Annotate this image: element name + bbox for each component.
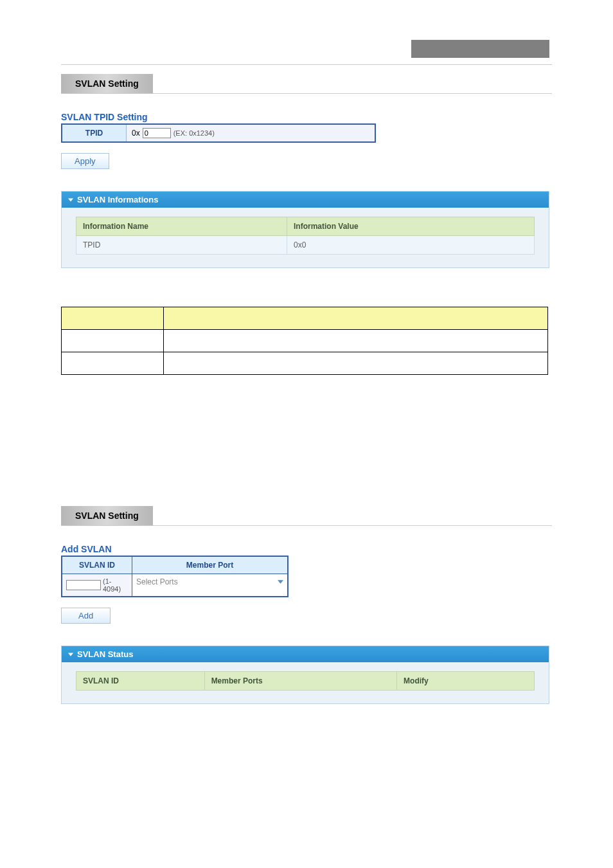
chevron-down-icon: [278, 580, 283, 584]
add-button[interactable]: Add: [61, 608, 111, 624]
section-divider-1: [61, 93, 552, 94]
top-grey-bar: [411, 40, 549, 58]
section-title-svlan-setting: SVLAN Setting: [61, 74, 153, 93]
add-svlan-heading: Add SVLAN: [61, 544, 552, 554]
svlan-status-panel: SVLAN Status SVLAN ID Member Ports Modif…: [61, 646, 549, 704]
add-col-member-port: Member Port: [132, 557, 287, 574]
member-port-placeholder: Select Ports: [136, 577, 178, 586]
svlan-status-table: SVLAN ID Member Ports Modify: [76, 671, 535, 691]
desc-cell-r1c1: [62, 330, 164, 352]
svlan-tpid-heading: SVLAN TPID Setting: [61, 112, 552, 122]
info-col-name: Information Name: [76, 217, 287, 236]
svlan-info-table: Information Name Information Value TPID …: [76, 217, 535, 255]
add-col-svlan-id: SVLAN ID: [62, 557, 132, 574]
svlan-informations-panel: SVLAN Informations Information Name Info…: [61, 191, 549, 268]
desc-cell-r2c2: [164, 352, 548, 375]
svlan-id-range: (1-4094): [103, 577, 128, 593]
info-row-0-name: TPID: [76, 236, 287, 255]
add-svlan-box: SVLAN ID (1-4094) Member Port Select Por…: [61, 556, 289, 597]
svlan-id-cell: (1-4094): [62, 574, 132, 596]
caret-down-icon: [68, 198, 73, 202]
table-row: TPID 0x0: [76, 236, 535, 255]
apply-button[interactable]: Apply: [61, 153, 109, 169]
caret-down-icon: [68, 653, 73, 656]
tpid-hint: (EX: 0x1234): [173, 129, 215, 137]
tpid-input[interactable]: [143, 128, 171, 138]
description-table: [61, 307, 548, 375]
section-title-svlan-setting-2: SVLAN Setting: [61, 506, 153, 525]
desc-cell-r1c2: [164, 330, 548, 352]
apply-button-label: Apply: [75, 156, 96, 166]
top-divider: [61, 64, 552, 65]
info-row-0-value: 0x0: [287, 236, 534, 255]
section-divider-2: [61, 525, 552, 526]
add-button-label: Add: [78, 611, 93, 620]
section-title-label: SVLAN Setting: [75, 78, 139, 89]
tpid-prefix: 0x: [132, 129, 140, 138]
svlan-status-header[interactable]: SVLAN Status: [62, 646, 549, 662]
svlan-id-input[interactable]: [66, 580, 101, 590]
tpid-input-cell: 0x (EX: 0x1234): [127, 125, 375, 141]
status-col-ports: Member Ports: [204, 672, 396, 691]
info-col-value: Information Value: [287, 217, 534, 236]
member-port-select[interactable]: Select Ports: [132, 574, 287, 590]
tpid-settings-box: TPID 0x (EX: 0x1234): [61, 123, 376, 143]
desc-head-1: [62, 307, 164, 330]
tpid-label: TPID: [62, 125, 127, 141]
status-col-id: SVLAN ID: [76, 672, 205, 691]
svlan-informations-header[interactable]: SVLAN Informations: [62, 192, 549, 208]
svlan-informations-title: SVLAN Informations: [77, 195, 158, 204]
svlan-status-title: SVLAN Status: [77, 649, 133, 659]
status-col-modify: Modify: [397, 672, 535, 691]
desc-head-2: [164, 307, 548, 330]
section-title-label-2: SVLAN Setting: [75, 511, 139, 521]
desc-cell-r2c1: [62, 352, 164, 375]
